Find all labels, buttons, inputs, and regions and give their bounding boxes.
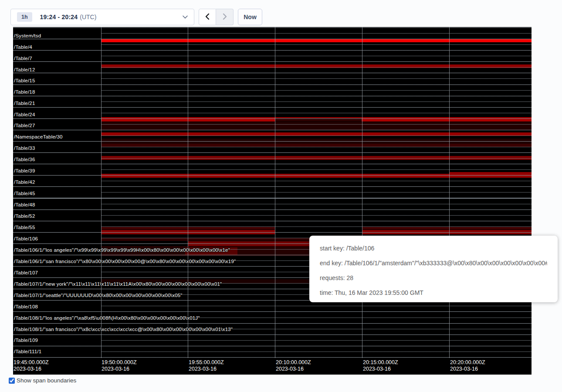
row-label: /Table/106/1/"los angeles"/"\x99\x99\x99… — [14, 247, 230, 253]
row-label: /Table/111/1 — [14, 348, 41, 355]
x-tick-date: 2023-03-16 — [189, 366, 224, 372]
x-axis-tick: 20:20:00.000Z2023-03-16 — [450, 359, 485, 372]
heat-band — [275, 118, 362, 122]
tooltip-end-key: end key: /Table/106/1/"amsterdam"/"\xb33… — [320, 256, 547, 270]
row-label: /Table/27 — [14, 122, 35, 129]
vertical-gridline — [449, 27, 450, 358]
next-time-button[interactable] — [216, 9, 234, 25]
toolbar: 1h 19:24 - 20:24 (UTC) Now — [10, 9, 262, 25]
row-label: /Table/42 — [14, 179, 35, 186]
row-label: /Table/7 — [14, 55, 32, 62]
span-boundaries-label[interactable]: Show span boundaries — [17, 377, 76, 384]
row-label: /Table/18 — [14, 89, 35, 95]
x-axis-tick: 20:10:00.000Z2023-03-16 — [276, 359, 311, 372]
vertical-gridline — [188, 27, 188, 358]
row-label: /Table/4 — [14, 44, 32, 51]
prev-time-button[interactable] — [199, 9, 216, 25]
heat-band — [101, 156, 532, 160]
key-visualizer-page: 1h 19:24 - 20:24 (UTC) Now /Syste — [0, 0, 562, 392]
time-range-chip: 1h — [17, 12, 32, 22]
x-axis-tick: 20:15:00.000Z2023-03-16 — [363, 359, 398, 372]
tooltip-start-key: start key: /Table/106 — [320, 241, 547, 256]
chevron-right-icon — [223, 13, 227, 21]
row-label: /Table/24 — [14, 112, 35, 118]
tooltip-requests: requests: 28 — [320, 270, 547, 285]
x-tick-time: 19:50:00.000Z — [102, 359, 137, 366]
heat-band — [101, 132, 532, 136]
row-label: /Table/36 — [14, 156, 35, 163]
heat-band — [101, 122, 532, 130]
x-axis-tick: 19:55:00.000Z2023-03-16 — [189, 359, 224, 372]
now-button[interactable]: Now — [238, 9, 262, 25]
x-tick-date: 2023-03-16 — [276, 366, 311, 372]
vertical-gridline — [101, 27, 102, 358]
row-label: /Table/106/1/"san francisco"/"\x80\x00\x… — [14, 258, 236, 265]
x-axis-tick: 19:45:00.000Z2023-03-16 — [14, 359, 49, 372]
heat-band — [101, 174, 532, 178]
heat-band — [101, 117, 532, 122]
row-label: /Table/109 — [14, 337, 38, 344]
row-label: /Table/107 — [14, 270, 38, 276]
heat-band — [185, 247, 237, 255]
tooltip: start key: /Table/106 end key: /Table/10… — [309, 236, 558, 302]
row-label: /Table/107/1/"new york"/"\x11\x11\x11\x1… — [14, 281, 222, 287]
heat-band — [101, 64, 532, 68]
row-label: /Table/108 — [14, 304, 38, 310]
footer: Show span boundaries — [9, 377, 76, 384]
chevron-left-icon — [205, 13, 210, 21]
row-label: /Table/108/1/"los angeles"/"\xa8\xf5\u00… — [14, 315, 200, 321]
key-visualizer-canvas[interactable]: /System/tsd/Table/4/Table/7/Table/12/Tab… — [13, 27, 532, 375]
heat-band — [101, 144, 532, 147]
chevron-down-icon — [183, 15, 188, 19]
row-label: /Table/39 — [14, 168, 35, 174]
vertical-gridline — [362, 27, 362, 358]
row-label: /Table/107/1/"seattle"/"UUUUUUD\x00\x80\… — [14, 292, 183, 299]
x-tick-time: 20:10:00.000Z — [276, 359, 311, 366]
row-label: /Table/15 — [14, 78, 35, 84]
tooltip-time: time: Thu, 16 Mar 2023 19:55:00 GMT — [320, 285, 547, 300]
span-boundaries-checkbox[interactable] — [9, 378, 15, 384]
row-label: /Table/106 — [14, 236, 38, 242]
row-label: /Table/12 — [14, 67, 35, 73]
row-label: /Table/108/1/"san francisco"/"\x8c\xcc\x… — [14, 326, 233, 333]
span-boundary-lines-dense — [101, 27, 532, 358]
x-tick-time: 19:45:00.000Z — [14, 359, 49, 366]
heat-band — [450, 172, 532, 174]
heat-band — [362, 230, 532, 234]
x-tick-date: 2023-03-16 — [102, 366, 137, 372]
heat-band — [362, 227, 532, 230]
x-tick-time: 20:20:00.000Z — [450, 359, 485, 366]
row-label: /Table/48 — [14, 202, 35, 208]
row-label: /NamespaceTable/30 — [14, 134, 63, 140]
time-nav-group — [199, 9, 234, 25]
heat-band — [101, 139, 532, 146]
span-boundary-lines-sparse — [13, 27, 532, 358]
x-axis-tick: 19:50:00.000Z2023-03-16 — [102, 359, 137, 372]
x-tick-date: 2023-03-16 — [363, 366, 398, 372]
heat-band — [101, 230, 275, 234]
time-range-text: 19:24 - 20:24 — [40, 14, 78, 20]
row-label: /Table/21 — [14, 100, 35, 107]
x-tick-time: 19:55:00.000Z — [189, 359, 224, 366]
row-label: /System/tsd — [14, 33, 41, 39]
x-tick-time: 20:15:00.000Z — [363, 359, 398, 366]
x-tick-date: 2023-03-16 — [450, 366, 485, 372]
time-range-selector[interactable]: 1h 19:24 - 20:24 (UTC) — [10, 9, 194, 25]
vertical-gridline — [275, 27, 275, 358]
heat-band — [101, 39, 532, 42]
row-label: /Table/33 — [14, 145, 35, 152]
heat-band — [101, 227, 275, 230]
row-label: /Table/52 — [14, 213, 35, 220]
time-range-utc: (UTC) — [80, 14, 96, 20]
row-label: /Table/55 — [14, 224, 35, 231]
row-label: /Table/45 — [14, 190, 35, 197]
x-tick-date: 2023-03-16 — [14, 366, 49, 372]
